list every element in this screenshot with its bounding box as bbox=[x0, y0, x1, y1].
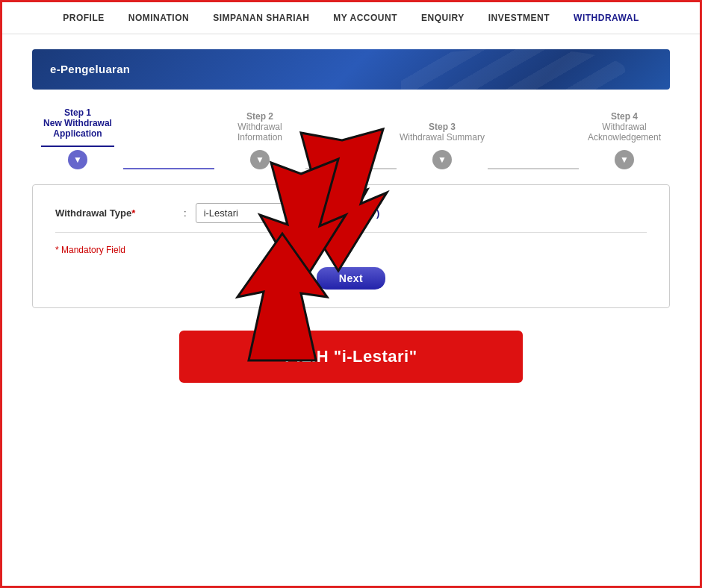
mandatory-note: * Mandatory Field bbox=[55, 245, 647, 255]
step-2-name: WithdrawalInformation bbox=[237, 122, 282, 143]
page-banner: e-Pengeluaran bbox=[32, 49, 670, 90]
connector-1-2 bbox=[123, 168, 214, 169]
step-4-number: Step 4 bbox=[588, 111, 661, 122]
step-3-name: Withdrawal Summary bbox=[400, 132, 485, 143]
step-2: Step 2 WithdrawalInformation ▼ bbox=[214, 111, 305, 169]
step-1: Step 1 New WithdrawalApplication ▼ bbox=[32, 107, 123, 169]
next-button-wrap: Next bbox=[55, 267, 647, 290]
step-2-icon: ▼ bbox=[250, 150, 270, 169]
bottom-banner-text: PILIH "i-Lestari" bbox=[285, 347, 417, 366]
nav-enquiry[interactable]: ENQUIRY bbox=[421, 13, 465, 23]
step-3: Step 3 Withdrawal Summary ▼ bbox=[397, 122, 488, 169]
nav-withdrawal[interactable]: WITHDRAWAL bbox=[574, 13, 639, 23]
mandatory-star: * bbox=[131, 207, 135, 219]
withdrawal-form: Withdrawal Type* : i-Lestari Option 2 Op… bbox=[32, 184, 670, 308]
step-1-number: Step 1 bbox=[43, 107, 112, 118]
nav-investment[interactable]: INVESTMENT bbox=[488, 13, 550, 23]
connector-3-4 bbox=[488, 168, 579, 169]
step-4: Step 4 WithdrawalAcknowledgement ▼ bbox=[579, 111, 670, 169]
nav-nomination[interactable]: NOMINATION bbox=[128, 13, 189, 23]
withdrawal-type-row: Withdrawal Type* : i-Lestari Option 2 Op… bbox=[55, 203, 647, 233]
main-content: e-Pengeluaran Step 1 New WithdrawalAppli… bbox=[2, 34, 700, 420]
help-button[interactable]: (?) bbox=[367, 207, 380, 219]
step-4-name: WithdrawalAcknowledgement bbox=[588, 122, 661, 143]
step-1-icon: ▼ bbox=[68, 150, 87, 169]
nav-simpanan-shariah[interactable]: SIMPANAN SHARIAH bbox=[213, 13, 309, 23]
step-3-icon: ▼ bbox=[432, 150, 452, 169]
nav-profile[interactable]: PROFILE bbox=[63, 13, 105, 23]
bottom-call-to-action: PILIH "i-Lestari" bbox=[179, 331, 523, 383]
next-button[interactable]: Next bbox=[317, 267, 385, 290]
top-navigation: PROFILE NOMINATION SIMPANAN SHARIAH MY A… bbox=[2, 2, 700, 34]
withdrawal-type-select[interactable]: i-Lestari Option 2 Option 3 bbox=[196, 203, 360, 223]
step-2-number: Step 2 bbox=[237, 111, 282, 122]
form-controls: i-Lestari Option 2 Option 3 (?) bbox=[196, 203, 380, 223]
steps-progress: Step 1 New WithdrawalApplication ▼ Step … bbox=[32, 107, 670, 169]
nav-my-account[interactable]: MY ACCOUNT bbox=[333, 13, 397, 23]
step-1-underline bbox=[41, 146, 114, 147]
step-4-icon: ▼ bbox=[615, 150, 634, 169]
step-3-number: Step 3 bbox=[400, 122, 485, 132]
banner-title: e-Pengeluaran bbox=[50, 63, 130, 75]
step-1-name: New WithdrawalApplication bbox=[43, 118, 112, 139]
form-colon: : bbox=[184, 207, 187, 219]
connector-2-3 bbox=[305, 168, 397, 169]
withdrawal-type-label: Withdrawal Type* bbox=[55, 207, 175, 219]
